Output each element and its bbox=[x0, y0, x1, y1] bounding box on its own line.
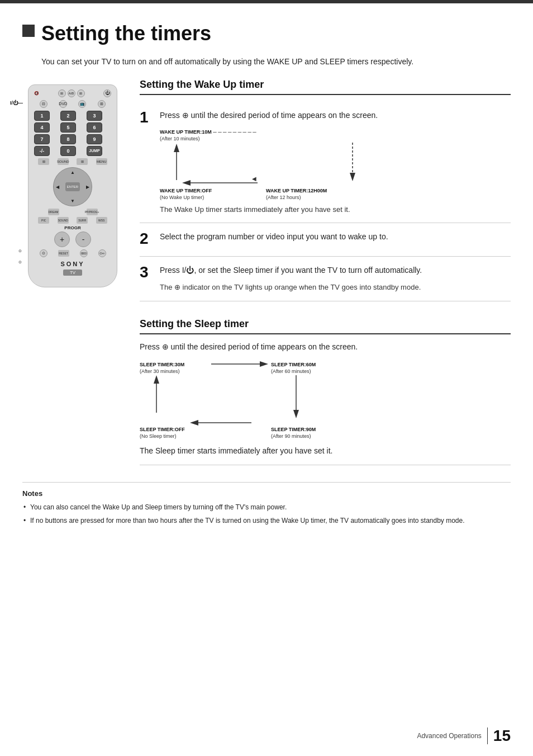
notes-title: Notes bbox=[22, 489, 511, 498]
remote-fn-1: ⊞ bbox=[38, 158, 49, 165]
page-number: 15 bbox=[493, 727, 511, 745]
remote-btn-5: DVD bbox=[59, 100, 67, 108]
svg-text:(No Sleep timer): (No Sleep timer) bbox=[140, 433, 177, 439]
svg-text:SLEEP TIMER:30M: SLEEP TIMER:30M bbox=[140, 362, 184, 367]
step-1: 1 Press ⊕ until the desired period of ti… bbox=[140, 102, 511, 224]
remote-side-1: ⊙ bbox=[40, 249, 47, 257]
remote-btn-3: ⊞ bbox=[77, 89, 85, 97]
svg-text:(After 30 minutes): (After 30 minutes) bbox=[140, 368, 180, 374]
direction-pad: ENTER ▲ ▼ ◀ ▶ bbox=[53, 167, 92, 206]
step-1-text: Press ⊕ until the desired period of time… bbox=[160, 110, 511, 121]
num-1: 1 bbox=[34, 111, 50, 121]
svg-text:SLEEP TIMER:OFF: SLEEP TIMER:OFF bbox=[140, 427, 185, 432]
notes-section: Notes You can also cancel the Wake Up an… bbox=[22, 482, 511, 526]
step-1-subtext: The Wake Up timer starts immediately aft… bbox=[160, 204, 511, 215]
remote-btn-7: ⊞ bbox=[98, 100, 106, 108]
note-item-1: You can also cancel the Wake Up and Slee… bbox=[22, 502, 511, 512]
num-3: 3 bbox=[87, 111, 102, 121]
num-dash: -/- bbox=[34, 146, 50, 156]
sleep-subtext: The Sleep timer starts immediately after… bbox=[140, 445, 511, 465]
step-2-text: Select the program number or video input… bbox=[160, 231, 511, 243]
svg-text:WAKE UP TIMER:12H00M: WAKE UP TIMER:12H00M bbox=[266, 188, 327, 193]
svg-text:WAKE UP TIMER:10M  ─ ─ ─ ─ ─ ─: WAKE UP TIMER:10M ─ ─ ─ ─ ─ ─ ─ ─ ─ bbox=[160, 129, 256, 135]
progr-label: PROGR bbox=[34, 225, 111, 230]
footer-divider bbox=[487, 727, 488, 744]
notes-list: You can also cancel the Wake Up and Slee… bbox=[22, 502, 511, 526]
remote-reset: RESET bbox=[58, 250, 69, 257]
remote-power: ⏻ bbox=[103, 89, 111, 97]
svg-text:SLEEP TIMER:90M: SLEEP TIMER:90M bbox=[271, 427, 316, 432]
svg-text:WAKE UP TIMER:OFF: WAKE UP TIMER:OFF bbox=[160, 188, 212, 193]
step-3-number: 3 bbox=[140, 264, 153, 293]
sleep-diagram: SLEEP TIMER:30M (After 30 minutes) SLEEP… bbox=[140, 360, 374, 441]
remote-surround: SURR bbox=[77, 217, 88, 224]
step-2-number: 2 bbox=[140, 231, 153, 248]
svg-marker-8 bbox=[182, 180, 191, 186]
sony-logo: SONY bbox=[34, 261, 111, 267]
svg-text:(After 10 minutes): (After 10 minutes) bbox=[160, 136, 200, 141]
svg-text:◀: ◀ bbox=[252, 176, 256, 182]
remote-wss: WSS bbox=[96, 217, 107, 224]
remote-pic: PIC bbox=[38, 217, 49, 224]
svg-marker-21 bbox=[293, 410, 299, 418]
wake-diagram-svg: WAKE UP TIMER:10M ─ ─ ─ ─ ─ ─ ─ ─ ─ (Aft… bbox=[160, 127, 372, 200]
progr-btns: + - bbox=[34, 231, 111, 247]
step-3-text: Press I/⏻, or set the Sleep timer if you… bbox=[160, 264, 511, 276]
sleep-heading: Setting the Sleep timer bbox=[140, 318, 511, 334]
svg-text:(After 60 minutes): (After 60 minutes) bbox=[271, 368, 311, 374]
remote-side-3: ⊙∞ bbox=[98, 249, 106, 257]
wake-up-heading: Setting the Wake Up timer bbox=[140, 79, 511, 95]
page-container: Setting the timers You can set your TV t… bbox=[0, 0, 533, 756]
instructions-column: Setting the Wake Up timer 1 Press ⊕ unti… bbox=[140, 79, 511, 465]
main-content: I/⏻— 🔇 ⊞ A/B ⊞ ⏻ ⊟ bbox=[22, 79, 511, 465]
num-9: 9 bbox=[87, 134, 102, 144]
num-5: 5 bbox=[60, 122, 76, 133]
svg-text:SLEEP TIMER:60M: SLEEP TIMER:60M bbox=[271, 362, 316, 367]
tv-label: TV bbox=[63, 270, 82, 276]
remote-fn-sound: SOUND bbox=[58, 158, 69, 165]
wake-diagram: WAKE UP TIMER:10M ─ ─ ─ ─ ─ ─ ─ ─ ─ (Aft… bbox=[160, 127, 372, 200]
svg-marker-4 bbox=[174, 144, 179, 152]
progr-minus: - bbox=[75, 231, 91, 247]
note-item-2: If no buttons are pressed for more than … bbox=[22, 516, 511, 526]
page-title: Setting the timers bbox=[41, 22, 211, 45]
sleep-intro: Press ⊕ until the desired period of time… bbox=[140, 341, 511, 353]
remote-btn-6: 📺 bbox=[78, 100, 86, 108]
step-3-subtext: The ⊕ indicator on the TV lights up oran… bbox=[160, 282, 511, 293]
step-1-number: 1 bbox=[140, 110, 153, 215]
remote-btn-4: ⊟ bbox=[40, 100, 47, 108]
sleep-diagram-svg: SLEEP TIMER:30M (After 30 minutes) SLEEP… bbox=[140, 360, 374, 441]
enter-btn: ENTER bbox=[65, 182, 80, 191]
num-2: 2 bbox=[60, 111, 76, 121]
step-2-content: Select the program number or video input… bbox=[160, 231, 511, 248]
num-jump: JUMP bbox=[87, 146, 102, 156]
remote-fn-menu: MENU bbox=[96, 158, 107, 165]
remote-side-2: ⊞⊟ bbox=[80, 249, 88, 257]
remote-illustration: 🔇 ⊞ A/B ⊞ ⏻ ⊟ DVD 📺 ⊞ bbox=[28, 84, 117, 287]
page-subtitle: You can set your TV to turn on and off a… bbox=[41, 56, 432, 68]
svg-marker-25 bbox=[190, 420, 198, 426]
svg-text:(After 90 minutes): (After 90 minutes) bbox=[271, 433, 311, 439]
remote-snd: SOUND bbox=[58, 217, 69, 224]
remote-container: I/⏻— 🔇 ⊞ A/B ⊞ ⏻ ⊟ bbox=[22, 79, 123, 465]
wake-up-section: Setting the Wake Up timer 1 Press ⊕ unti… bbox=[140, 79, 511, 301]
svg-marker-17 bbox=[260, 361, 268, 367]
page-footer: Advanced Operations 15 bbox=[417, 727, 511, 745]
num-4: 4 bbox=[34, 122, 50, 133]
progr-plus: + bbox=[54, 231, 70, 247]
step-3: 3 Press I/⏻, or set the Sleep timer if y… bbox=[140, 257, 511, 301]
num-7: 7 bbox=[34, 134, 50, 144]
svg-text:(After 12 hours): (After 12 hours) bbox=[266, 195, 301, 200]
number-grid: 1 2 3 4 5 6 7 8 9 -/- 0 JUMP bbox=[34, 111, 111, 156]
remote-fn-pp: PP/PROG+ bbox=[87, 209, 98, 215]
sleep-section: Setting the Sleep timer Press ⊕ until th… bbox=[140, 318, 511, 465]
remote-btn-1: ⊞ bbox=[58, 89, 66, 97]
num-6: 6 bbox=[87, 122, 102, 133]
power-label-left: I/⏻— bbox=[10, 100, 23, 106]
step-2: 2 Select the program number or video inp… bbox=[140, 223, 511, 257]
svg-marker-23 bbox=[154, 375, 159, 384]
step-1-content: Press ⊕ until the desired period of time… bbox=[160, 110, 511, 215]
remote-dream: DREAM bbox=[48, 209, 59, 215]
footer-label: Advanced Operations bbox=[417, 732, 481, 740]
num-0: 0 bbox=[60, 146, 76, 156]
